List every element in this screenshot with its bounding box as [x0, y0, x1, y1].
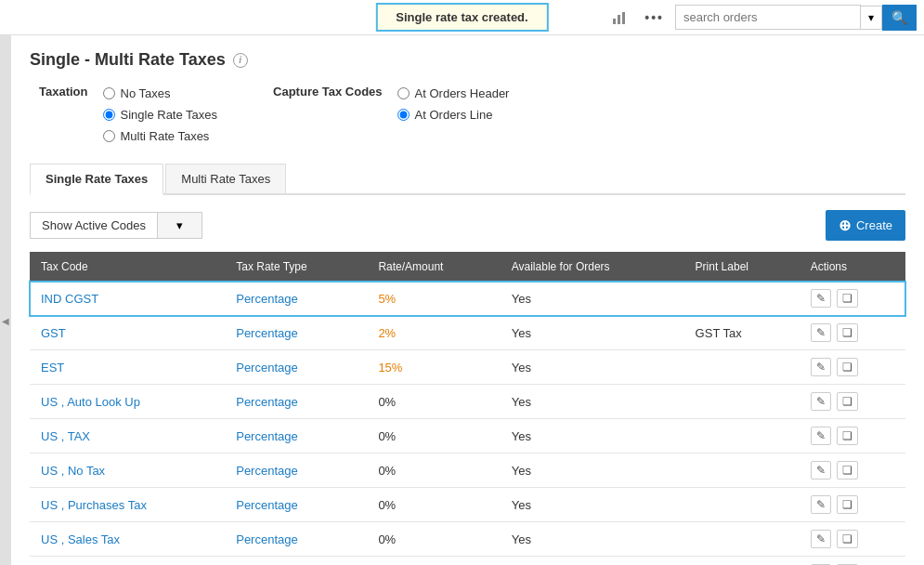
- single-rate-label[interactable]: Single Rate Taxes: [121, 108, 218, 122]
- search-input[interactable]: [675, 5, 861, 30]
- cell-tax-rate-type[interactable]: Percentage: [225, 522, 367, 557]
- cell-rate-amount: 5%: [367, 282, 500, 316]
- cell-tax-code[interactable]: US , Sales Tax: [30, 522, 225, 557]
- cell-available: Yes: [501, 453, 684, 488]
- col-actions: Actions: [800, 252, 905, 282]
- cell-tax-code[interactable]: US , No Tax: [30, 453, 225, 488]
- search-dropdown-button[interactable]: ▾: [861, 6, 882, 30]
- top-bar: Single rate tax created. ••• ▾ 🔍: [0, 0, 924, 35]
- cell-rate-amount: 15%: [367, 350, 500, 385]
- edit-button[interactable]: ✎: [811, 392, 831, 411]
- cell-tax-code[interactable]: US , Purchases Tax: [30, 488, 225, 522]
- search-icon: 🔍: [891, 10, 907, 25]
- action-icons: ✎ ❏: [811, 289, 894, 308]
- edit-button[interactable]: ✎: [811, 323, 831, 342]
- copy-button[interactable]: ❏: [837, 530, 858, 548]
- copy-button[interactable]: ❏: [837, 392, 858, 411]
- cell-actions: ✎ ❏: [800, 557, 905, 566]
- tabs: Single Rate Taxes Multi Rate Taxes: [30, 164, 905, 195]
- page-title-row: Single - Multi Rate Taxes i: [30, 50, 905, 70]
- edit-button[interactable]: ✎: [811, 358, 831, 376]
- cell-tax-code[interactable]: EST: [30, 350, 225, 385]
- cell-tax-code[interactable]: US , Auto Look Up: [30, 385, 225, 419]
- cell-tax-rate-type[interactable]: Percentage: [225, 419, 367, 453]
- cell-print-label: [684, 282, 800, 316]
- top-bar-right: ••• ▾ 🔍: [605, 5, 917, 31]
- copy-button[interactable]: ❏: [837, 495, 858, 514]
- notification-area: Single rate tax created.: [375, 3, 548, 32]
- info-icon[interactable]: i: [233, 53, 248, 68]
- chart-icon-button[interactable]: [605, 6, 633, 30]
- orders-line-radio[interactable]: [397, 109, 410, 121]
- cell-actions: ✎ ❏: [800, 385, 905, 419]
- edit-button[interactable]: ✎: [811, 461, 831, 480]
- cell-tax-rate-type[interactable]: Percentage: [225, 350, 367, 385]
- no-taxes-label[interactable]: No Taxes: [121, 86, 171, 100]
- orders-line-label[interactable]: At Orders Line: [415, 108, 493, 122]
- cell-tax-rate-type[interactable]: Percentage: [225, 488, 367, 522]
- notification-box: Single rate tax created.: [375, 3, 548, 32]
- filter-dropdown-arrow[interactable]: ▾: [157, 213, 202, 238]
- cell-tax-rate-type[interactable]: Percentage: [225, 282, 367, 316]
- no-taxes-row: No Taxes: [103, 85, 218, 102]
- cell-tax-code[interactable]: US , TAX: [30, 419, 225, 453]
- cell-actions: ✎ ❏: [800, 522, 905, 557]
- search-container: ▾ 🔍: [675, 5, 917, 31]
- tab-single-rate[interactable]: Single Rate Taxes: [30, 164, 163, 195]
- copy-button[interactable]: ❏: [837, 461, 858, 480]
- cell-available: Yes: [501, 419, 684, 453]
- main-content: Single - Multi Rate Taxes i Taxation No …: [11, 35, 924, 565]
- cell-tax-code[interactable]: IND CGST: [30, 282, 225, 316]
- table-body: IND CGST Percentage 5% Yes ✎ ❏ GST Perce…: [30, 282, 905, 565]
- cell-tax-rate-type[interactable]: Percentage: [225, 453, 367, 488]
- table-row: AU , GST Percentage 0% Yes ✎ ❏: [30, 557, 905, 566]
- cell-available: Yes: [501, 557, 684, 566]
- cell-tax-rate-type[interactable]: Percentage: [225, 557, 367, 566]
- tab-multi-rate[interactable]: Multi Rate Taxes: [165, 164, 286, 193]
- create-button[interactable]: ⊕ Create: [826, 210, 905, 241]
- copy-button[interactable]: ❏: [837, 289, 858, 308]
- taxation-section: Taxation No Taxes Single Rate Taxes M: [30, 85, 905, 145]
- single-rate-radio[interactable]: [103, 109, 115, 121]
- cell-print-label: [684, 419, 800, 453]
- edit-button[interactable]: ✎: [811, 495, 831, 514]
- more-options-button[interactable]: •••: [639, 7, 670, 29]
- chevron-down-icon: ▾: [165, 213, 194, 238]
- orders-header-label[interactable]: At Orders Header: [415, 86, 510, 100]
- page-title: Single - Multi Rate Taxes: [30, 50, 226, 70]
- taxation-options: No Taxes Single Rate Taxes Multi Rate Ta…: [103, 85, 218, 145]
- no-taxes-radio[interactable]: [103, 87, 115, 99]
- table-row: EST Percentage 15% Yes ✎ ❏: [30, 350, 905, 385]
- table-row: GST Percentage 2% Yes GST Tax ✎ ❏: [30, 316, 905, 350]
- orders-header-radio[interactable]: [397, 87, 410, 99]
- filter-dropdown[interactable]: Show Active Codes ▾: [30, 212, 202, 239]
- edit-button[interactable]: ✎: [811, 289, 831, 308]
- toolbar: Show Active Codes ▾ ⊕ Create: [30, 210, 905, 241]
- cell-print-label: [684, 488, 800, 522]
- action-icons: ✎ ❏: [811, 530, 894, 548]
- edit-button[interactable]: ✎: [811, 427, 831, 445]
- table-row: US , TAX Percentage 0% Yes ✎ ❏: [30, 419, 905, 453]
- table-row: IND CGST Percentage 5% Yes ✎ ❏: [30, 282, 905, 316]
- sidebar-arrow-icon: ◀: [2, 316, 9, 326]
- cell-tax-rate-type[interactable]: Percentage: [225, 385, 367, 419]
- cell-print-label: [684, 453, 800, 488]
- more-icon: •••: [644, 10, 664, 25]
- capture-tax-group: Capture Tax Codes At Orders Header At Or…: [273, 85, 509, 145]
- multi-rate-label[interactable]: Multi Rate Taxes: [121, 129, 210, 143]
- cell-tax-code[interactable]: GST: [30, 316, 225, 350]
- cell-rate-amount: 0%: [367, 488, 500, 522]
- action-icons: ✎ ❏: [811, 495, 894, 514]
- copy-button[interactable]: ❏: [837, 323, 858, 342]
- copy-button[interactable]: ❏: [837, 427, 858, 445]
- capture-options: At Orders Header At Orders Line: [397, 85, 510, 124]
- svg-rect-0: [613, 19, 616, 24]
- copy-button[interactable]: ❏: [837, 358, 858, 376]
- edit-button[interactable]: ✎: [811, 530, 831, 548]
- cell-tax-code[interactable]: AU , GST: [30, 557, 225, 566]
- cell-actions: ✎ ❏: [800, 419, 905, 453]
- multi-rate-radio[interactable]: [103, 130, 115, 142]
- sidebar-toggle[interactable]: ◀: [0, 35, 11, 565]
- cell-tax-rate-type[interactable]: Percentage: [225, 316, 367, 350]
- search-submit-button[interactable]: 🔍: [882, 5, 917, 31]
